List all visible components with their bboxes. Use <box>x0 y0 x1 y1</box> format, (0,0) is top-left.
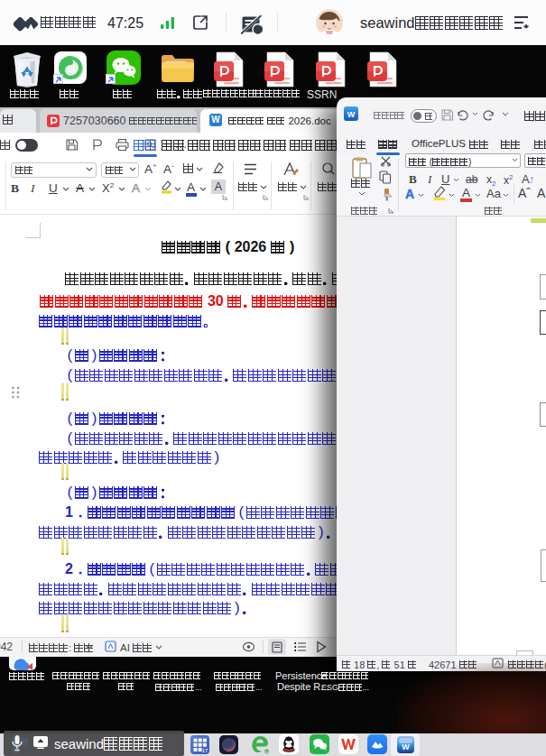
svg-text:W: W <box>347 110 356 119</box>
svg-text:W: W <box>402 742 410 751</box>
svg-text:17: 17 <box>202 748 208 753</box>
svg-text:60: 60 <box>264 750 269 754</box>
